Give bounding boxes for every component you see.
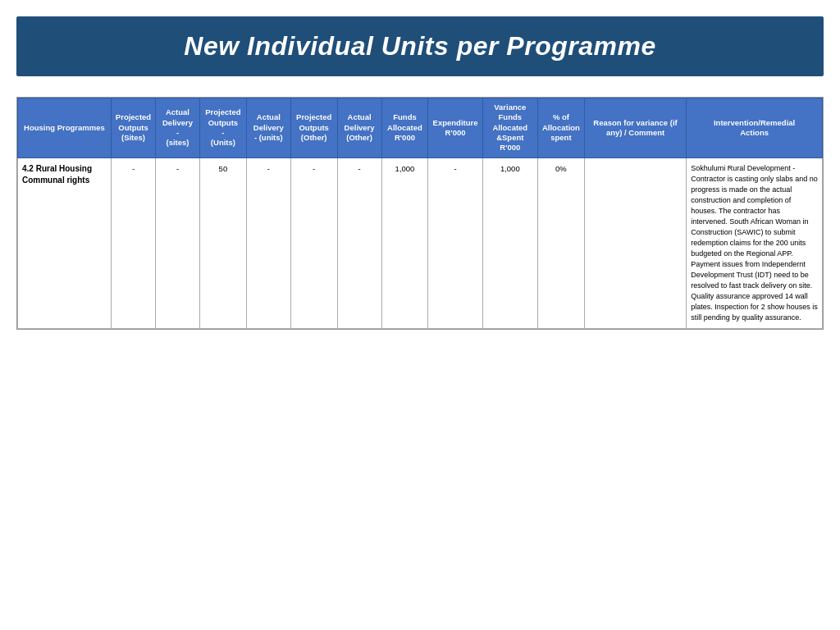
cell-reason [584, 158, 686, 329]
th-funds-alloc: Funds Allocated R'000 [381, 98, 428, 158]
th-intervention: Intervention/Remedial Actions [687, 98, 823, 158]
th-proj-other: Projected Outputs (Other) [290, 98, 337, 158]
cell-proj-sites: - [111, 158, 155, 329]
th-reason: Reason for variance (if any) / Comment [584, 98, 686, 158]
table-header-row: Housing Programmes Projected Outputs (Si… [18, 98, 823, 158]
cell-actual-other: - [337, 158, 381, 329]
cell-actual-units: - [246, 158, 290, 329]
th-actual-units: Actual Delivery - (units) [246, 98, 290, 158]
th-housing: Housing Programmes [18, 98, 112, 158]
cell-expend: - [428, 158, 482, 329]
cell-actual-deliver: - [156, 158, 200, 329]
cell-proj-other: - [290, 158, 337, 329]
table-body: 4.2 Rural HousingCommunal rights--50---1… [18, 158, 823, 329]
cell-intervention: Sokhulumi Rural Development - Contractor… [687, 158, 823, 329]
th-expend: Expenditure R'000 [428, 98, 482, 158]
data-table: Housing Programmes Projected Outputs (Si… [17, 98, 823, 329]
cell-funds-alloc: 1,000 [381, 158, 428, 329]
title-container: New Individual Units per Programme [16, 16, 824, 76]
table-row: 4.2 Rural HousingCommunal rights--50---1… [18, 158, 823, 329]
page-title: New Individual Units per Programme [33, 31, 807, 62]
cell-pct: 0% [537, 158, 584, 329]
th-proj-sites: Projected Outputs (Sites) [111, 98, 155, 158]
cell-proj-units: 50 [199, 158, 246, 329]
cell-housing: 4.2 Rural HousingCommunal rights [18, 158, 112, 329]
th-actual-other: Actual Delivery (Other) [337, 98, 381, 158]
cell-variance: 1,000 [482, 158, 537, 329]
main-table-wrapper: Housing Programmes Projected Outputs (Si… [16, 97, 824, 330]
th-pct: % of Allocation spent [537, 98, 584, 158]
th-actual-deliver: Actual Delivery - (sites) [156, 98, 200, 158]
th-variance: Variance Funds Allocated &Spent R'000 [482, 98, 537, 158]
th-proj-units: Projected Outputs - (Units) [199, 98, 246, 158]
